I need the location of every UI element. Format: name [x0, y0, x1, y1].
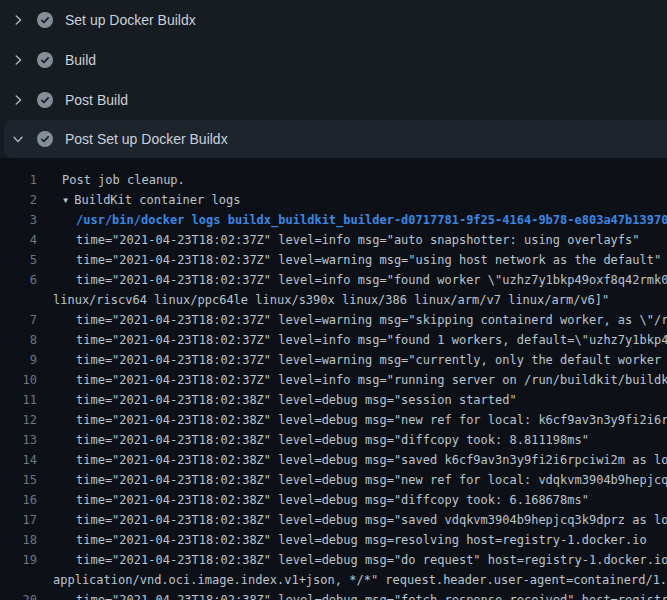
log-line-number[interactable]: 8: [0, 330, 37, 350]
log-line-text: time="2021-04-23T18:02:38Z" level=debug …: [76, 470, 667, 490]
log-line-number[interactable]: 15: [0, 470, 37, 490]
log-line-text: application/vnd.oci.image.index.v1+json,…: [53, 570, 667, 590]
log-line: 9 time="2021-04-23T18:02:37Z" level=warn…: [0, 350, 667, 370]
log-line-text: time="2021-04-23T18:02:38Z" level=debug …: [76, 390, 517, 410]
step-row[interactable]: Set up Docker Buildx: [0, 0, 667, 40]
log-line-number[interactable]: 16: [0, 490, 37, 510]
log-line: 10 time="2021-04-23T18:02:37Z" level=inf…: [0, 370, 667, 390]
log-line-text: time="2021-04-23T18:02:37Z" level=info m…: [76, 230, 640, 250]
log-line-text: time="2021-04-23T18:02:38Z" level=debug …: [76, 590, 667, 600]
chevron-right-icon[interactable]: [11, 93, 25, 107]
log-line: linux/riscv64 linux/ppc64le linux/s390x …: [0, 290, 667, 310]
log-line-text: linux/riscv64 linux/ppc64le linux/s390x …: [53, 290, 609, 310]
steps-list: Set up Docker Buildx Build Post Build: [0, 0, 667, 158]
log-line-text: /usr/bin/docker logs buildx_buildkit_bui…: [76, 210, 667, 230]
log-line-number[interactable]: 1: [0, 170, 37, 190]
log-line-number[interactable]: 10: [0, 370, 37, 390]
log-line: 2 ▾ BuildKit container logs: [0, 190, 667, 210]
log-line: application/vnd.oci.image.index.v1+json,…: [0, 570, 667, 590]
log-line-number[interactable]: 2: [0, 190, 37, 210]
log-line-number[interactable]: 13: [0, 430, 37, 450]
log-line: 8 time="2021-04-23T18:02:37Z" level=info…: [0, 330, 667, 350]
chevron-right-icon[interactable]: [11, 13, 25, 27]
log-group-collapse-icon[interactable]: ▾: [62, 190, 69, 210]
log-line-number[interactable]: 17: [0, 510, 37, 530]
log-line-number[interactable]: 14: [0, 450, 37, 470]
log-line-number[interactable]: 19: [0, 550, 37, 570]
log-line-text: time="2021-04-23T18:02:37Z" level=info m…: [76, 330, 667, 350]
check-circle-icon: [37, 52, 53, 68]
log-line: 12 time="2021-04-23T18:02:38Z" level=deb…: [0, 410, 667, 430]
log-line-number[interactable]: 11: [0, 390, 37, 410]
log-line-text: time="2021-04-23T18:02:38Z" level=debug …: [76, 510, 667, 530]
step-row[interactable]: Post Build: [0, 80, 667, 120]
log-line-text: time="2021-04-23T18:02:38Z" level=debug …: [76, 410, 667, 430]
log-line: 18 time="2021-04-23T18:02:38Z" level=deb…: [0, 530, 667, 550]
chevron-right-icon[interactable]: [11, 53, 25, 67]
log-line-text: time="2021-04-23T18:02:37Z" level=warnin…: [76, 250, 661, 270]
log-line-text: time="2021-04-23T18:02:38Z" level=debug …: [76, 490, 589, 510]
log-line-number[interactable]: 3: [0, 210, 37, 230]
log-line: 20 time="2021-04-23T18:02:38Z" level=deb…: [0, 590, 667, 600]
chevron-down-icon[interactable]: [11, 132, 25, 146]
log-line: 13 time="2021-04-23T18:02:38Z" level=deb…: [0, 430, 667, 450]
log-line: 7 time="2021-04-23T18:02:37Z" level=warn…: [0, 310, 667, 330]
log-line-text: BuildKit container logs: [74, 190, 240, 210]
log-line-number[interactable]: 7: [0, 310, 37, 330]
step-label: Build: [65, 52, 96, 68]
log-line: 16 time="2021-04-23T18:02:38Z" level=deb…: [0, 490, 667, 510]
log-line-text: Post job cleanup.: [62, 170, 185, 190]
log-line-text: time="2021-04-23T18:02:37Z" level=warnin…: [76, 350, 667, 370]
check-circle-icon: [37, 92, 53, 108]
log-line-text: time="2021-04-23T18:02:37Z" level=info m…: [76, 370, 667, 390]
log-line: 11 time="2021-04-23T18:02:38Z" level=deb…: [0, 390, 667, 410]
log-line-text: time="2021-04-23T18:02:37Z" level=info m…: [76, 270, 667, 290]
log-line: 14 time="2021-04-23T18:02:38Z" level=deb…: [0, 450, 667, 470]
step-row[interactable]: Post Set up Docker Buildx: [4, 120, 667, 158]
log-line-number[interactable]: 12: [0, 410, 37, 430]
log-line-text: time="2021-04-23T18:02:37Z" level=warnin…: [76, 310, 667, 330]
log-line: 15 time="2021-04-23T18:02:38Z" level=deb…: [0, 470, 667, 490]
step-label: Set up Docker Buildx: [65, 12, 196, 28]
log-line-text: time="2021-04-23T18:02:38Z" level=debug …: [76, 450, 667, 470]
log-line-number[interactable]: 18: [0, 530, 37, 550]
log-line-number[interactable]: 5: [0, 250, 37, 270]
log-line-number[interactable]: 20: [0, 590, 37, 600]
log-line-number[interactable]: 9: [0, 350, 37, 370]
step-label: Post Set up Docker Buildx: [65, 131, 228, 147]
log-line: 19 time="2021-04-23T18:02:38Z" level=deb…: [0, 550, 667, 570]
log-line-text: time="2021-04-23T18:02:38Z" level=debug …: [76, 430, 589, 450]
log-line-text: time="2021-04-23T18:02:38Z" level=debug …: [76, 550, 667, 570]
log-line: 17 time="2021-04-23T18:02:38Z" level=deb…: [0, 510, 667, 530]
log-line-number[interactable]: 4: [0, 230, 37, 250]
check-circle-icon: [37, 131, 53, 147]
step-row[interactable]: Build: [0, 40, 667, 80]
log-line: 4 time="2021-04-23T18:02:37Z" level=info…: [0, 230, 667, 250]
step-label: Post Build: [65, 92, 128, 108]
log-line: 1 Post job cleanup.: [0, 170, 667, 190]
log-line: 3 /usr/bin/docker logs buildx_buildkit_b…: [0, 210, 667, 230]
log-viewer: 1 Post job cleanup. 2 ▾ BuildKit contain…: [0, 158, 667, 600]
log-line-text: time="2021-04-23T18:02:38Z" level=debug …: [76, 530, 647, 550]
log-line: 6 time="2021-04-23T18:02:37Z" level=info…: [0, 270, 667, 290]
check-circle-icon: [37, 12, 53, 28]
log-line: 5 time="2021-04-23T18:02:37Z" level=warn…: [0, 250, 667, 270]
log-line-number[interactable]: 6: [0, 270, 37, 290]
